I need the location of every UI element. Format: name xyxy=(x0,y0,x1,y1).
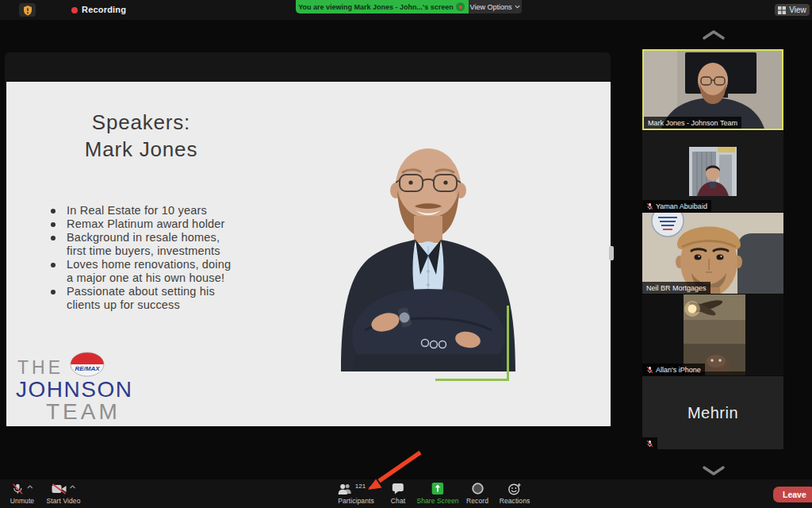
slide-bullet-list: In Real Estate for 10 years Remax Platin… xyxy=(49,204,279,312)
participant-name-label: Neil BR Mortgages xyxy=(642,282,710,294)
participant-name-label: Mark Jones - Johnson Team xyxy=(644,117,741,129)
scroll-down-chevron[interactable] xyxy=(701,465,726,476)
chat-label: Chat xyxy=(391,497,405,505)
slide-title-line1: Speakers: xyxy=(48,109,235,136)
slide-bullet: Background in resale homes, first time b… xyxy=(49,231,279,258)
record-label: Record xyxy=(466,497,488,505)
participants-label: Participants xyxy=(338,497,374,505)
reactions-icon xyxy=(508,483,521,495)
participant-mute-indicator xyxy=(642,437,657,449)
chevron-down-icon xyxy=(515,5,520,9)
panel-divider-handle[interactable] xyxy=(609,246,614,260)
remax-balloon-logo: RE/MAX xyxy=(67,351,108,378)
zoom-meeting-window: Recording You are viewing Mark Jones - J… xyxy=(0,0,812,508)
recording-label: Recording xyxy=(82,5,126,14)
johnson-team-logo-the: THE xyxy=(17,357,63,379)
share-screen-label: Share Screen xyxy=(416,497,458,505)
speaker-photo xyxy=(333,135,523,371)
reactions-label: Reactions xyxy=(500,497,530,505)
participant-name: Yaman Abuibaid xyxy=(656,202,707,210)
video-off-icon xyxy=(52,483,67,495)
slide-title-line2: Mark Jones xyxy=(48,136,235,163)
scroll-up-chevron[interactable] xyxy=(701,29,726,40)
participant-name-label: Yaman Abuibaid xyxy=(642,200,711,212)
viewing-banner-text: You are viewing Mark Jones - John...'s s… xyxy=(298,3,466,11)
participant-tile-mark-jones[interactable]: Mark Jones - Johnson Team xyxy=(642,49,783,130)
view-button-label: View xyxy=(789,6,806,14)
recording-dot-icon xyxy=(71,7,78,13)
record-icon xyxy=(471,483,483,495)
participant-tile-mehrin[interactable]: Mehrin xyxy=(642,376,783,449)
participant-name: Mark Jones - Johnson Team xyxy=(648,119,737,127)
unmute-button[interactable]: Unmute xyxy=(10,482,34,505)
view-options-button[interactable]: View Options xyxy=(469,0,522,13)
muted-mic-icon xyxy=(646,366,653,374)
slide-bullet: In Real Estate for 10 years xyxy=(49,204,279,217)
privacy-shield-chip xyxy=(19,3,36,17)
participant-tile-neil[interactable]: Neil BR Mortgages xyxy=(642,213,783,294)
muted-mic-icon xyxy=(646,202,653,210)
view-options-label: View Options xyxy=(470,3,512,11)
shield-icon xyxy=(23,5,33,16)
participant-tile-yaman[interactable]: Yaman Abuibaid xyxy=(642,131,783,212)
start-video-button[interactable]: Start Video xyxy=(47,482,81,505)
muted-mic-icon xyxy=(646,440,653,448)
slide-bullet: Passionate about setting his clients up … xyxy=(49,285,279,312)
slide-bullet: Loves home renovations, doing a major on… xyxy=(49,258,279,285)
participants-icon xyxy=(338,483,353,495)
video-options-caret[interactable] xyxy=(70,485,76,489)
muted-mic-icon xyxy=(11,483,25,495)
participant-name: Neil BR Mortgages xyxy=(646,284,707,292)
participant-name: Mehrin xyxy=(642,376,783,449)
record-button[interactable]: Record xyxy=(466,482,488,505)
slide-accent-bracket-vertical xyxy=(507,306,509,381)
slide-bullet: Remax Platinum award holder xyxy=(49,217,279,231)
viewing-indicator-icon xyxy=(456,2,465,11)
unmute-label: Unmute xyxy=(10,497,34,505)
participant-tile-allan[interactable]: Allan's iPhone xyxy=(642,294,783,375)
svg-text:RE/MAX: RE/MAX xyxy=(75,365,100,372)
viewing-banner: You are viewing Mark Jones - John...'s s… xyxy=(296,0,469,13)
grid-view-icon xyxy=(778,6,786,14)
participant-name-label: Allan's iPhone xyxy=(642,364,705,375)
unmute-options-caret[interactable] xyxy=(27,485,33,489)
view-button[interactable]: View xyxy=(775,4,810,16)
shared-slide: Speakers: Mark Jones In Real Estate for … xyxy=(6,82,611,426)
annotation-arrow xyxy=(357,446,436,495)
johnson-team-logo-team: TEAM xyxy=(46,399,121,425)
slide-accent-bracket-horizontal xyxy=(435,379,509,381)
slide-title: Speakers: Mark Jones xyxy=(48,109,235,163)
start-video-label: Start Video xyxy=(47,497,81,505)
participant-name: Allan's iPhone xyxy=(656,366,701,374)
shared-screen-window-header xyxy=(5,52,611,82)
reactions-button[interactable]: Reactions xyxy=(500,482,530,505)
leave-button[interactable]: Leave xyxy=(773,487,812,502)
